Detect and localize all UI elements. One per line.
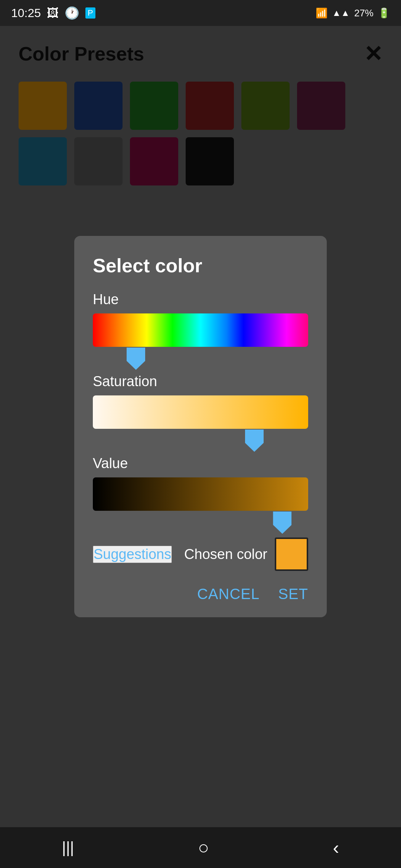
home-nav-button[interactable]: ○ [198, 837, 209, 858]
saturation-label: Saturation [93, 374, 308, 389]
menu-nav-button[interactable]: ||| [62, 839, 74, 857]
chosen-color-row: Chosen color [184, 537, 308, 571]
hue-thumb[interactable] [127, 348, 145, 370]
status-bar: 10:25 🖼 🕐 P 📶 ▲▲ 27% 🔋 [0, 0, 401, 26]
value-label: Value [93, 456, 308, 471]
back-nav-button[interactable]: ‹ [333, 837, 339, 858]
value-thumb[interactable] [273, 512, 291, 534]
cancel-button[interactable]: CANCEL [197, 586, 260, 602]
value-slider-container [93, 477, 308, 511]
saturation-thumb[interactable] [245, 430, 264, 452]
saturation-track[interactable] [93, 395, 308, 429]
dialog-buttons: CANCEL SET [93, 582, 308, 602]
hue-slider-container [93, 313, 308, 347]
status-bar-right: 📶 ▲▲ 27% 🔋 [316, 7, 390, 19]
wifi-icon: 📶 [316, 7, 327, 19]
value-track[interactable] [93, 477, 308, 511]
suggestions-button[interactable]: Suggestions [93, 546, 172, 563]
status-bar-left: 10:25 🖼 🕐 P [11, 6, 95, 20]
hue-track[interactable] [93, 313, 308, 347]
saturation-slider-container [93, 395, 308, 429]
dialog-title: Select color [93, 254, 308, 277]
time-display: 10:25 [11, 6, 41, 20]
chosen-color-label: Chosen color [184, 546, 267, 562]
battery-display: 27% [354, 7, 374, 19]
chosen-color-box [275, 537, 308, 571]
dialog-bottom: Suggestions Chosen color [93, 537, 308, 571]
hue-label: Hue [93, 292, 308, 308]
dialog-overlay: Select color Hue Saturation Value Sugges… [0, 26, 401, 827]
photo-icon: 🖼 [47, 6, 59, 20]
signal-icons: ▲▲ [332, 8, 350, 18]
nav-bar: ||| ○ ‹ [0, 827, 401, 868]
clock-icon: 🕐 [65, 6, 79, 20]
select-color-dialog: Select color Hue Saturation Value Sugges… [74, 236, 327, 617]
paytm-icon: P [85, 7, 95, 19]
set-button[interactable]: SET [278, 586, 308, 602]
battery-icon: 🔋 [378, 7, 390, 19]
